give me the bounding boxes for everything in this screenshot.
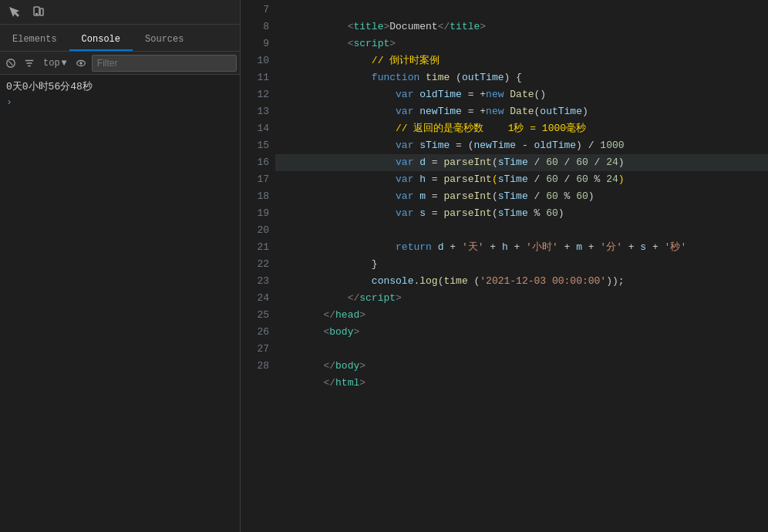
code-line-7: <title>Document</title> [275,2,768,19]
top-selector[interactable]: top ▼ [40,56,70,70]
eye-icon[interactable] [73,56,89,71]
inspect-icon[interactable] [6,4,23,21]
code-editor: 7 8 9 10 11 12 13 14 15 16 17 18 19 20 2… [241,0,768,532]
svg-rect-2 [40,8,43,15]
code-line-20: return d + '天' + h + '小时' + m + '分' + s … [275,222,768,239]
chevron-down-icon: ▼ [62,58,67,69]
filter-icon[interactable] [22,56,37,71]
console-result-text: 0天0小时56分48秒 [6,79,93,93]
code-line-27: </body> [275,341,768,358]
devtools-panel: Elements Console Sources top ▼ [0,0,241,532]
tab-console[interactable]: Console [69,29,133,51]
tab-elements[interactable]: Elements [0,29,69,51]
svg-point-6 [79,62,83,65]
svg-line-4 [8,61,12,65]
console-arrow-icon[interactable]: › [6,96,12,108]
svg-rect-1 [35,13,38,15]
clear-console-icon[interactable] [3,56,19,71]
console-toolbar: top ▼ [0,52,240,75]
code-content: <title>Document</title> <script> // 倒计时案… [275,0,768,532]
console-result-line: 0天0小时56分48秒 [6,78,234,95]
device-icon[interactable] [29,4,46,21]
filter-input[interactable] [92,55,237,72]
console-prompt-line: › [6,95,234,109]
console-output: 0天0小时56分48秒 › [0,75,240,532]
devtools-icon-toolbar [0,0,240,25]
tab-sources[interactable]: Sources [133,29,196,51]
devtools-tabs: Elements Console Sources [0,25,240,52]
line-numbers: 7 8 9 10 11 12 13 14 15 16 17 18 19 20 2… [241,0,275,532]
top-label: top [43,58,60,69]
code-panel: 7 8 9 10 11 12 13 14 15 16 17 18 19 20 2… [241,0,768,532]
